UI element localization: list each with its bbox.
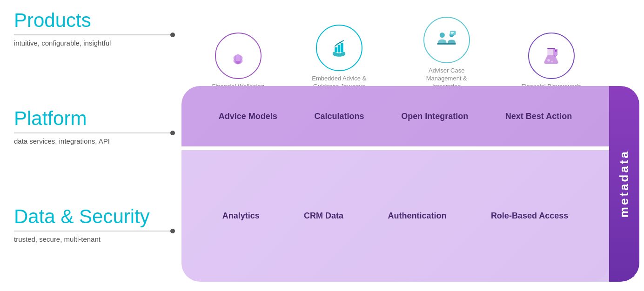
svg-rect-14	[451, 33, 453, 34]
product-financial-wellbeing: Financial Wellbeing	[212, 33, 264, 91]
svg-point-9	[440, 33, 445, 38]
svg-rect-8	[341, 43, 343, 52]
svg-rect-13	[451, 32, 454, 33]
metadata-label: metadata	[617, 150, 631, 218]
adviser-case-icon-circle	[423, 17, 470, 63]
datasec-label-section: Data & Security trusted, secure, multi-t…	[14, 205, 181, 243]
datasec-title: Data & Security	[14, 205, 181, 228]
financial-playgrounds-icon-circle	[528, 33, 575, 79]
platform-divider	[14, 132, 172, 133]
platform-title: Platform	[14, 107, 181, 130]
datasec-item-analytics: Analytics	[222, 211, 260, 221]
platform-item-next-best-action: Next Best Action	[505, 112, 572, 121]
metadata-sidebar: metadata	[609, 86, 639, 282]
embedded-advice-icon-circle	[316, 25, 362, 71]
chart-hand-icon	[326, 35, 352, 61]
main-container: Products intuitive, configurable, insigh…	[0, 0, 644, 291]
svg-rect-6	[335, 47, 338, 52]
product-embedded-advice: Embedded Advice & Guidance Journeys	[307, 25, 372, 91]
datasec-item-crm-data: CRM Data	[304, 211, 343, 221]
platform-item-advice-models: Advice Models	[219, 112, 277, 121]
datasec-divider	[14, 231, 172, 231]
products-subtitle: intuitive, configurable, insightful	[14, 39, 181, 47]
datasec-item-role-based-access: Role-Based Access	[491, 211, 568, 221]
platform-label-section: Platform data services, integrations, AP…	[14, 107, 181, 145]
flask-icon	[538, 43, 564, 69]
datasec-item-authentication: Authentication	[388, 211, 447, 221]
product-financial-playgrounds: Financial Playgrounds	[522, 33, 581, 91]
svg-rect-7	[338, 45, 341, 53]
svg-rect-12	[450, 31, 456, 35]
left-labels: Products intuitive, configurable, insigh…	[14, 9, 181, 279]
platform-item-calculations: Calculations	[315, 112, 364, 121]
financial-wellbeing-icon-circle	[215, 33, 262, 79]
svg-rect-11	[437, 43, 456, 45]
diagram-area: Financial Wellbeing Embedded Advice & Gu…	[181, 0, 639, 286]
adviser-icon	[434, 27, 459, 53]
datasec-subtitle: trusted, secure, multi-tenant	[14, 235, 181, 243]
products-divider	[14, 34, 172, 35]
product-adviser-case: Adviser Case Management & Integration	[414, 17, 479, 91]
lotus-icon	[225, 43, 251, 69]
products-label-section: Products intuitive, configurable, insigh…	[14, 9, 181, 47]
platform-subtitle: data services, integrations, API	[14, 137, 181, 145]
products-row: Financial Wellbeing Embedded Advice & Gu…	[181, 7, 611, 91]
svg-point-16	[555, 50, 557, 52]
main-box-content: Advice Models Calculations Open Integrat…	[181, 86, 609, 282]
platform-stripe: Advice Models Calculations Open Integrat…	[181, 86, 609, 146]
svg-rect-15	[547, 48, 555, 49]
platform-item-open-integration: Open Integration	[401, 112, 468, 121]
stripe-separator	[181, 146, 609, 150]
main-box: Advice Models Calculations Open Integrat…	[181, 86, 639, 282]
svg-point-17	[547, 59, 550, 62]
datasec-stripe: Analytics CRM Data Authentication Role-B…	[181, 150, 609, 282]
products-title: Products	[14, 9, 181, 32]
svg-point-18	[551, 60, 553, 62]
